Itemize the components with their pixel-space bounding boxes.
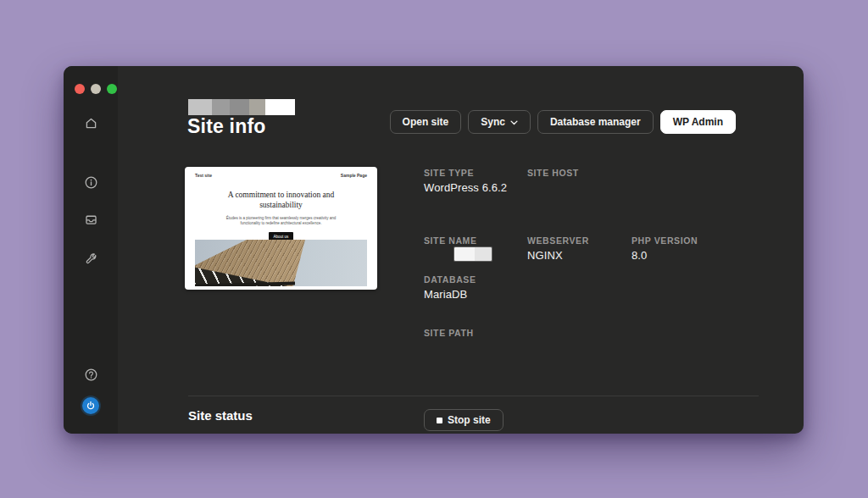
help-icon bbox=[84, 368, 98, 382]
power-icon bbox=[86, 401, 96, 411]
site-preview-thumbnail: Test site Sample Page A commitment to in… bbox=[185, 167, 377, 290]
database-manager-button[interactable]: Database manager bbox=[537, 110, 654, 134]
field-webserver: Webserver NGINX bbox=[527, 235, 589, 262]
window-controls bbox=[75, 84, 117, 94]
wp-admin-button[interactable]: WP Admin bbox=[660, 110, 736, 134]
inbox-icon bbox=[84, 213, 98, 227]
page-title: Site info bbox=[187, 115, 266, 138]
home-icon bbox=[84, 116, 98, 130]
stop-icon bbox=[437, 418, 442, 423]
header-actions: Open site Sync Database manager WP Admin bbox=[390, 110, 736, 134]
sidebar-item-inbox[interactable] bbox=[83, 212, 98, 227]
section-divider bbox=[188, 396, 759, 396]
chevron-down-icon bbox=[510, 120, 518, 125]
open-site-button[interactable]: Open site bbox=[390, 110, 462, 134]
field-site-path: Site path bbox=[424, 328, 474, 341]
field-site-host: Site host bbox=[527, 168, 579, 181]
wrench-icon bbox=[84, 252, 98, 266]
minimize-window-button[interactable] bbox=[91, 84, 101, 94]
preview-body-text: Études is a pioneering firm that seamles… bbox=[221, 216, 341, 228]
redacted-site-name-bar bbox=[188, 99, 295, 115]
field-php-version: PHP version 8.0 bbox=[632, 235, 698, 262]
preview-nav-link: Sample Page bbox=[341, 173, 367, 178]
stop-site-button[interactable]: Stop site bbox=[424, 409, 504, 431]
preview-hero-image bbox=[195, 240, 367, 286]
app-window: Site info Open site Sync Database manage… bbox=[64, 66, 804, 434]
close-window-button[interactable] bbox=[75, 84, 85, 94]
zoom-window-button[interactable] bbox=[107, 84, 117, 94]
preview-header: Test site Sample Page bbox=[185, 167, 377, 178]
sidebar bbox=[64, 66, 118, 434]
info-icon bbox=[84, 175, 98, 190]
preview-heading: A commitment to innovation and sustainab… bbox=[212, 190, 350, 211]
sidebar-item-home[interactable] bbox=[83, 115, 98, 130]
sync-button[interactable]: Sync bbox=[468, 110, 531, 134]
sidebar-item-site-power[interactable] bbox=[82, 397, 99, 414]
field-site-type: Site type WordPress 6.6.2 bbox=[424, 168, 507, 194]
sidebar-item-help[interactable] bbox=[83, 367, 98, 382]
sidebar-item-tools[interactable] bbox=[83, 251, 98, 266]
redacted-site-name-value bbox=[454, 247, 492, 261]
preview-site-title: Test site bbox=[195, 173, 212, 178]
site-status-title: Site status bbox=[188, 408, 253, 423]
field-database: Database MariaDB bbox=[424, 274, 476, 301]
sidebar-item-info[interactable] bbox=[83, 174, 98, 190]
